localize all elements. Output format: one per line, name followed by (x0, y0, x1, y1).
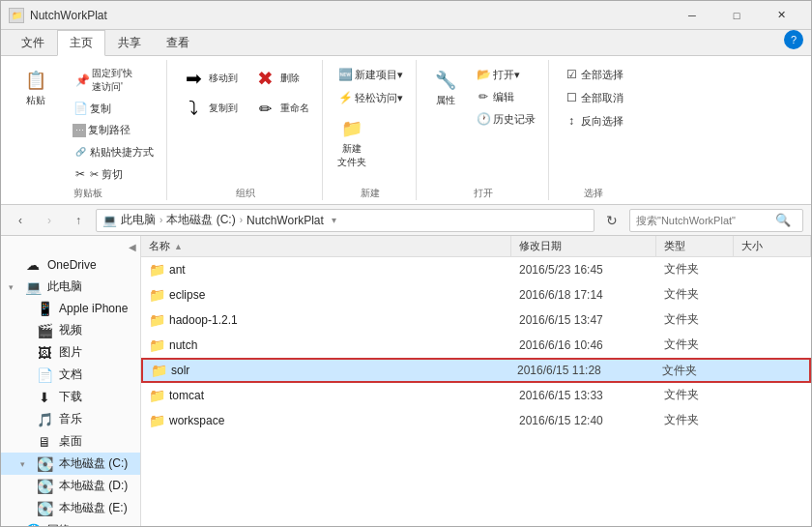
sidebar-item-iphone[interactable]: 📱 Apple iPhone (1, 298, 140, 319)
new-folder-label: 新建文件夹 (337, 142, 366, 169)
sidebar-item-video[interactable]: 🎬 视频 (1, 319, 140, 341)
window-icon: 📁 (9, 8, 24, 23)
select-all-button[interactable]: ☑ 全部选择 (559, 64, 628, 85)
history-button[interactable]: 🕐 历史记录 (471, 108, 540, 130)
file-type: 文件夹 (664, 261, 699, 278)
col-name[interactable]: 名称 ▲ (141, 236, 511, 256)
open-icon: 📂 (476, 67, 491, 82)
delete-button[interactable]: ✖ 删除 (248, 64, 314, 93)
up-button[interactable]: ↑ (67, 209, 90, 232)
sidebar-collapse-btn[interactable]: ◀ (1, 240, 140, 254)
paste-icon: 📋 (22, 67, 49, 94)
rename-label: 重命名 (280, 102, 309, 115)
tab-share[interactable]: 共享 (105, 30, 154, 56)
network-icon: 🌐 (24, 523, 42, 528)
pin-button[interactable]: 📌 固定到'快速访问' (68, 64, 159, 97)
file-name-cell: 📁 ant (141, 260, 511, 279)
sidebar-item-pictures[interactable]: 🖼 图片 (1, 341, 140, 364)
table-row[interactable]: 📁 eclipse 2016/6/18 17:14 文件夹 (141, 282, 811, 307)
file-name: eclipse (169, 288, 205, 302)
file-date: 2016/5/23 16:45 (519, 263, 603, 277)
sidebar-item-drive-e[interactable]: 💽 本地磁盘 (E:) (1, 497, 140, 519)
copy-icon: 📄 (72, 101, 88, 116)
main-area: ◀ ☁ OneDrive ▾ 💻 此电脑 📱 Apple iPhone (1, 236, 811, 527)
sidebar-item-network[interactable]: ▾ 🌐 网络 (1, 519, 140, 527)
copy-path-icon: ⋯ (72, 124, 86, 137)
close-button[interactable]: ✕ (759, 1, 803, 30)
folder-icon: 📁 (149, 287, 165, 303)
file-date-cell: 2016/6/15 12:40 (511, 412, 656, 429)
forward-button[interactable]: › (38, 209, 61, 232)
easy-access-button[interactable]: ⚡ 轻松访问▾ (333, 87, 408, 108)
file-size-cell (734, 293, 811, 297)
sidebar-item-downloads[interactable]: ⬇ 下载 (1, 386, 140, 408)
file-name-cell: 📁 solr (143, 361, 509, 380)
tab-home[interactable]: 主页 (57, 30, 105, 56)
search-bar[interactable]: 🔍 (629, 209, 803, 232)
cut-button[interactable]: ✂ ✂ 剪切 (68, 163, 159, 185)
paste-button[interactable]: 📋 粘贴 (16, 64, 55, 110)
title-bar: 📁 NutchWorkPlat ─ □ ✕ (1, 1, 811, 30)
col-type[interactable]: 类型 (656, 236, 734, 256)
easy-access-icon: ⚡ (337, 90, 353, 105)
copy-button[interactable]: 📄 复制 (68, 98, 159, 119)
edit-icon: ✏ (476, 89, 491, 104)
rename-button[interactable]: ✏ 重命名 (248, 94, 314, 123)
new-group: 🆕 新建项目▾ ⚡ 轻松访问▾ 📁 新建文件夹 新建 (325, 60, 417, 200)
tab-view[interactable]: 查看 (154, 30, 202, 56)
copy-to-button[interactable]: ⤵ 复制到 (177, 94, 243, 123)
desktop-icon: 🖥 (36, 434, 53, 450)
move-to-icon: ➡ (182, 67, 205, 90)
ribbon-tab-bar: 文件 主页 共享 查看 ? (1, 30, 811, 56)
sidebar-item-onedrive[interactable]: ☁ OneDrive (1, 254, 140, 276)
table-row[interactable]: 📁 ant 2016/5/23 16:45 文件夹 (141, 257, 811, 282)
help-button[interactable]: ? (784, 30, 803, 49)
paste-shortcut-button[interactable]: 🔗 粘贴快捷方式 (68, 141, 159, 162)
minimize-button[interactable]: ─ (670, 1, 714, 30)
table-row[interactable]: 📁 nutch 2016/6/16 10:46 文件夹 (141, 333, 811, 358)
file-name: tomcat (169, 389, 204, 402)
organize-group: ➡ 移动到 ⤵ 复制到 ✖ 删除 ✏ 重命名 (169, 60, 323, 200)
table-row[interactable]: 📁 tomcat 2016/6/15 13:33 文件夹 (141, 383, 811, 408)
cut-label: ✂ 剪切 (90, 167, 123, 182)
iphone-icon: 📱 (36, 301, 53, 316)
file-date-cell: 2016/6/15 11:28 (509, 362, 654, 379)
move-to-button[interactable]: ➡ 移动到 (177, 64, 243, 93)
file-size-cell (734, 268, 811, 272)
table-row[interactable]: 📁 solr 2016/6/15 11:28 文件夹 (141, 358, 811, 383)
invert-selection-button[interactable]: ↕ 反向选择 (559, 110, 628, 132)
pin-label: 固定到'快速访问' (92, 67, 132, 94)
folder-icon: 📁 (149, 388, 165, 403)
breadcrumb[interactable]: 💻 此电脑 › 本地磁盘 (C:) › NutchWorkPlat ▾ (96, 209, 594, 232)
select-none-button[interactable]: ☐ 全部取消 (559, 87, 628, 108)
file-list: 📁 ant 2016/5/23 16:45 文件夹 📁 eclipse 2016… (141, 257, 811, 527)
folder-icon: 📁 (149, 413, 165, 428)
maximize-button[interactable]: □ (714, 1, 759, 30)
copy-path-button[interactable]: ⋯ 复制路径 (68, 120, 159, 140)
sidebar-item-drive-c[interactable]: ▾ 💽 本地磁盘 (C:) (1, 453, 140, 475)
sidebar-item-docs[interactable]: 📄 文档 (1, 364, 140, 386)
edit-label: 编辑 (493, 90, 514, 104)
open-button[interactable]: 📂 打开▾ (471, 64, 540, 85)
sidebar-item-desktop[interactable]: 🖥 桌面 (1, 430, 140, 453)
new-item-button[interactable]: 🆕 新建项目▾ (333, 64, 408, 85)
table-row[interactable]: 📁 workspace 2016/6/15 12:40 文件夹 (141, 408, 811, 433)
properties-button[interactable]: 🔧 属性 (426, 64, 465, 110)
search-input[interactable] (636, 215, 771, 226)
col-date[interactable]: 修改日期 (511, 236, 656, 256)
table-row[interactable]: 📁 hadoop-1.2.1 2016/6/15 13:47 文件夹 (141, 307, 811, 333)
col-size[interactable]: 大小 (734, 236, 811, 256)
sidebar-item-music-label: 音乐 (59, 411, 82, 427)
pin-icon: 📌 (72, 71, 92, 90)
sidebar-item-thispc[interactable]: ▾ 💻 此电脑 (1, 276, 140, 298)
back-button[interactable]: ‹ (9, 209, 32, 232)
sidebar-item-music[interactable]: 🎵 音乐 (1, 408, 140, 430)
sidebar-item-drive-d[interactable]: 💽 本地磁盘 (D:) (1, 475, 140, 497)
new-folder-button[interactable]: 📁 新建文件夹 (333, 112, 371, 172)
tab-file[interactable]: 文件 (9, 30, 57, 56)
refresh-button[interactable]: ↻ (600, 209, 624, 232)
sidebar-item-desktop-label: 桌面 (59, 433, 82, 450)
onedrive-icon: ☁ (24, 257, 42, 273)
col-date-label: 修改日期 (519, 239, 562, 253)
edit-button[interactable]: ✏ 编辑 (471, 86, 540, 107)
